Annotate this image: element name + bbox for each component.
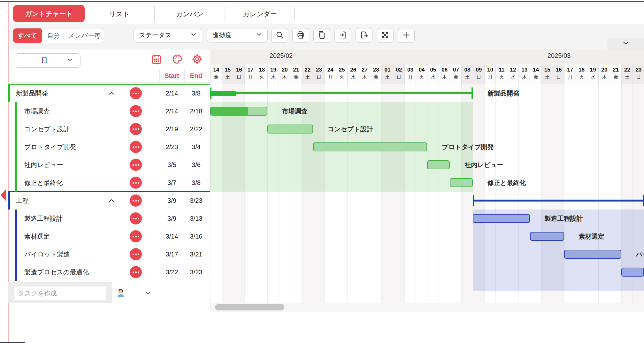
task-bar[interactable] <box>267 125 313 133</box>
task-end-date: 3/4 <box>184 138 208 156</box>
tab-calendar[interactable]: カレンダー <box>225 6 295 22</box>
task-menu-button[interactable] <box>130 87 142 99</box>
calendar-button[interactable] <box>151 54 162 65</box>
expand-icon <box>381 31 389 41</box>
task-bar[interactable] <box>530 232 564 241</box>
filter-all[interactable]: すべて <box>13 28 42 43</box>
task-name: パイロット製造 <box>24 245 70 263</box>
task-bar[interactable] <box>427 160 450 169</box>
import-button[interactable] <box>334 28 351 43</box>
task-end-date: 2/22 <box>184 120 208 138</box>
day-cell: 18火 <box>256 65 268 84</box>
task-start-date: 3/7 <box>159 174 184 192</box>
task-menu-button[interactable] <box>130 248 142 260</box>
day-cell: 22土 <box>621 65 633 84</box>
task-menu-button[interactable] <box>130 105 142 117</box>
task-menu-button[interactable] <box>130 230 142 242</box>
day-cell: 21金 <box>290 65 302 84</box>
create-task-expand-button[interactable] <box>144 289 151 296</box>
task-menu-button[interactable] <box>130 194 142 207</box>
day-cell: 11火 <box>495 65 507 84</box>
tab-gantt-chart[interactable]: ガントチャート <box>13 5 85 22</box>
theme-button[interactable] <box>172 54 183 65</box>
export-icon <box>360 31 368 41</box>
task-start-date: 3/5 <box>159 156 184 174</box>
task-end-date: 3/8 <box>184 174 208 192</box>
task-menu-button[interactable] <box>130 177 142 189</box>
day-cell: 16日 <box>233 65 245 84</box>
day-cell: 08土 <box>461 65 473 84</box>
day-cell: 27木 <box>359 65 371 84</box>
task-menu-button[interactable] <box>130 159 142 171</box>
copy-icon <box>318 31 326 41</box>
summary-end-cap <box>471 88 473 99</box>
task-bar[interactable] <box>313 142 427 151</box>
task-start-date: 2/14 <box>159 84 184 102</box>
settings-button[interactable] <box>192 54 203 65</box>
day-cell: 23日 <box>632 65 644 84</box>
task-bar-progress <box>211 107 248 115</box>
task-bar[interactable] <box>473 214 530 223</box>
summary-bar[interactable] <box>210 92 473 94</box>
gantt-bar-label: 新製品開発 <box>487 84 519 102</box>
calendar-icon <box>151 60 162 65</box>
filter-per-member[interactable]: メンバー毎 <box>65 28 104 43</box>
task-bar[interactable] <box>210 107 267 116</box>
column-header-start: Start <box>159 69 184 83</box>
task-bar[interactable] <box>564 250 621 259</box>
day-cell: 14金 <box>530 65 542 84</box>
day-cell: 18火 <box>576 65 587 84</box>
filter-me[interactable]: 自分 <box>42 28 65 43</box>
progress-select-label: 進捗度 <box>212 31 232 40</box>
day-cell: 26水 <box>347 65 359 84</box>
day-cell: 22土 <box>302 65 313 84</box>
day-cell: 03月 <box>404 65 416 84</box>
add-button[interactable] <box>398 28 415 43</box>
import-icon <box>339 31 347 41</box>
month-label-mar: 2025/03 <box>535 52 583 59</box>
gantt-bar-label: 製造工程設計 <box>545 210 583 227</box>
task-menu-button[interactable] <box>130 266 142 278</box>
month-label-feb: 2025/02 <box>257 52 305 59</box>
summary-bar[interactable] <box>473 200 644 202</box>
day-cell: 17月 <box>564 65 576 84</box>
tab-list[interactable]: リスト <box>84 6 154 22</box>
assignee-avatar[interactable] <box>116 288 126 298</box>
day-cell: 19水 <box>587 65 599 84</box>
task-name: 製造工程設計 <box>24 210 63 227</box>
day-cell: 15土 <box>541 65 553 84</box>
collapse-chevron-up-icon[interactable] <box>108 90 115 97</box>
tab-kanban[interactable]: カンバン <box>154 6 225 22</box>
progress-select[interactable]: 進捗度 <box>207 28 268 42</box>
chevron-down-icon <box>190 31 197 39</box>
sidebar-collapse-arrow[interactable] <box>1 189 6 201</box>
gantt-bar-label: 素材選定 <box>579 227 604 245</box>
timescale-select[interactable]: 日 <box>15 53 80 68</box>
export-button[interactable] <box>356 28 372 43</box>
task-start-date: 2/14 <box>159 102 184 120</box>
task-menu-button[interactable] <box>130 141 142 153</box>
search-button[interactable] <box>271 28 288 43</box>
copy-button[interactable] <box>313 28 330 43</box>
timescale-label: 日 <box>22 56 67 65</box>
task-name: 修正と最終化 <box>24 174 63 192</box>
group-color-bar <box>8 192 10 210</box>
gantt-bar-label: コンセプト設計 <box>328 120 373 138</box>
create-task-input[interactable] <box>14 286 106 300</box>
status-select[interactable]: ステータス <box>134 28 202 42</box>
chevron-down-icon <box>256 31 262 39</box>
task-menu-button[interactable] <box>130 123 142 135</box>
task-bar[interactable] <box>450 178 472 187</box>
day-cell: 06木 <box>439 65 450 84</box>
day-cell: 10月 <box>484 65 496 84</box>
toolbar-collapse-button[interactable] <box>607 38 644 50</box>
day-cell: 04火 <box>416 65 427 84</box>
task-menu-button[interactable] <box>130 212 142 225</box>
fullscreen-button[interactable] <box>377 28 394 43</box>
task-bar[interactable] <box>621 268 644 277</box>
collapse-chevron-up-icon[interactable] <box>108 197 115 204</box>
horizontal-scrollbar-thumb[interactable] <box>215 304 284 310</box>
day-cell: 28金 <box>370 65 382 84</box>
day-cell: 15土 <box>222 65 234 84</box>
print-button[interactable] <box>292 28 309 43</box>
